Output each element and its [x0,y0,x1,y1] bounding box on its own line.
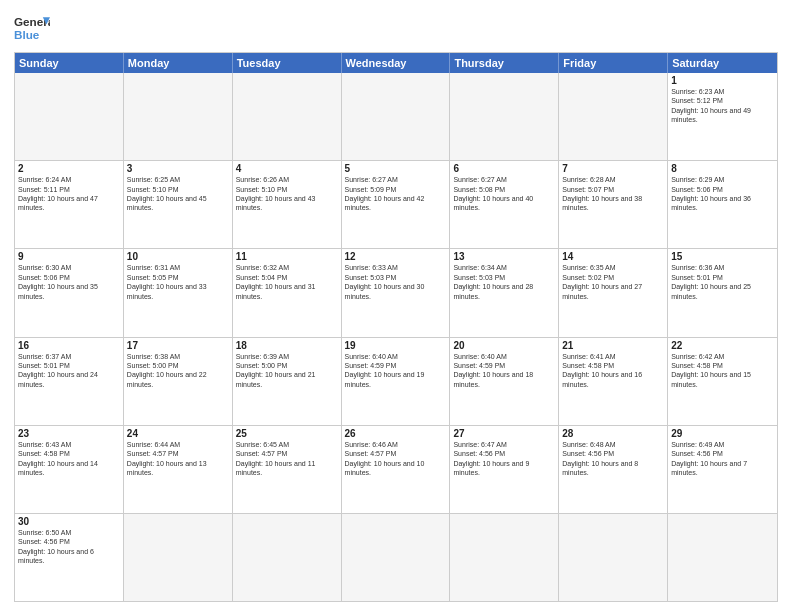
day-number: 15 [671,251,774,262]
calendar-cell: 21Sunrise: 6:41 AMSunset: 4:58 PMDayligh… [559,338,668,425]
calendar-cell [124,73,233,160]
calendar-cell: 5Sunrise: 6:27 AMSunset: 5:09 PMDaylight… [342,161,451,248]
cell-sun-info: Sunrise: 6:36 AMSunset: 5:01 PMDaylight:… [671,263,774,301]
calendar-week-3: 9Sunrise: 6:30 AMSunset: 5:06 PMDaylight… [15,248,777,336]
logo: General Blue [14,10,50,46]
header: General Blue [14,10,778,46]
day-number: 4 [236,163,338,174]
page: General Blue SundayMondayTuesdayWednesda… [0,0,792,612]
day-number: 26 [345,428,447,439]
calendar-cell [450,73,559,160]
cell-sun-info: Sunrise: 6:34 AMSunset: 5:03 PMDaylight:… [453,263,555,301]
calendar-cell: 19Sunrise: 6:40 AMSunset: 4:59 PMDayligh… [342,338,451,425]
calendar-week-5: 23Sunrise: 6:43 AMSunset: 4:58 PMDayligh… [15,425,777,513]
day-number: 17 [127,340,229,351]
calendar-cell: 6Sunrise: 6:27 AMSunset: 5:08 PMDaylight… [450,161,559,248]
cell-sun-info: Sunrise: 6:23 AMSunset: 5:12 PMDaylight:… [671,87,774,125]
calendar-week-1: 1Sunrise: 6:23 AMSunset: 5:12 PMDaylight… [15,73,777,160]
cell-sun-info: Sunrise: 6:30 AMSunset: 5:06 PMDaylight:… [18,263,120,301]
day-number: 20 [453,340,555,351]
day-number: 10 [127,251,229,262]
calendar-cell: 13Sunrise: 6:34 AMSunset: 5:03 PMDayligh… [450,249,559,336]
calendar-cell [559,73,668,160]
calendar-header-row: SundayMondayTuesdayWednesdayThursdayFrid… [15,53,777,73]
cell-sun-info: Sunrise: 6:49 AMSunset: 4:56 PMDaylight:… [671,440,774,478]
calendar-cell: 16Sunrise: 6:37 AMSunset: 5:01 PMDayligh… [15,338,124,425]
calendar-cell: 9Sunrise: 6:30 AMSunset: 5:06 PMDaylight… [15,249,124,336]
day-number: 23 [18,428,120,439]
calendar-cell: 15Sunrise: 6:36 AMSunset: 5:01 PMDayligh… [668,249,777,336]
calendar-cell: 27Sunrise: 6:47 AMSunset: 4:56 PMDayligh… [450,426,559,513]
cell-sun-info: Sunrise: 6:33 AMSunset: 5:03 PMDaylight:… [345,263,447,301]
calendar-cell: 1Sunrise: 6:23 AMSunset: 5:12 PMDaylight… [668,73,777,160]
calendar-cell: 24Sunrise: 6:44 AMSunset: 4:57 PMDayligh… [124,426,233,513]
day-number: 2 [18,163,120,174]
day-number: 12 [345,251,447,262]
calendar-cell: 30Sunrise: 6:50 AMSunset: 4:56 PMDayligh… [15,514,124,601]
calendar-week-4: 16Sunrise: 6:37 AMSunset: 5:01 PMDayligh… [15,337,777,425]
calendar-cell: 14Sunrise: 6:35 AMSunset: 5:02 PMDayligh… [559,249,668,336]
calendar-cell: 4Sunrise: 6:26 AMSunset: 5:10 PMDaylight… [233,161,342,248]
day-header-saturday: Saturday [668,53,777,73]
calendar-cell [124,514,233,601]
calendar-cell: 23Sunrise: 6:43 AMSunset: 4:58 PMDayligh… [15,426,124,513]
cell-sun-info: Sunrise: 6:45 AMSunset: 4:57 PMDaylight:… [236,440,338,478]
day-number: 24 [127,428,229,439]
cell-sun-info: Sunrise: 6:41 AMSunset: 4:58 PMDaylight:… [562,352,664,390]
calendar-cell [233,73,342,160]
calendar-week-6: 30Sunrise: 6:50 AMSunset: 4:56 PMDayligh… [15,513,777,601]
day-header-thursday: Thursday [450,53,559,73]
cell-sun-info: Sunrise: 6:24 AMSunset: 5:11 PMDaylight:… [18,175,120,213]
cell-sun-info: Sunrise: 6:35 AMSunset: 5:02 PMDaylight:… [562,263,664,301]
day-number: 9 [18,251,120,262]
day-number: 21 [562,340,664,351]
day-number: 25 [236,428,338,439]
cell-sun-info: Sunrise: 6:27 AMSunset: 5:09 PMDaylight:… [345,175,447,213]
day-number: 1 [671,75,774,86]
day-number: 5 [345,163,447,174]
day-number: 29 [671,428,774,439]
calendar-cell: 8Sunrise: 6:29 AMSunset: 5:06 PMDaylight… [668,161,777,248]
day-number: 6 [453,163,555,174]
day-number: 27 [453,428,555,439]
day-header-monday: Monday [124,53,233,73]
calendar-cell: 25Sunrise: 6:45 AMSunset: 4:57 PMDayligh… [233,426,342,513]
day-number: 13 [453,251,555,262]
day-number: 7 [562,163,664,174]
cell-sun-info: Sunrise: 6:29 AMSunset: 5:06 PMDaylight:… [671,175,774,213]
calendar: SundayMondayTuesdayWednesdayThursdayFrid… [14,52,778,602]
cell-sun-info: Sunrise: 6:26 AMSunset: 5:10 PMDaylight:… [236,175,338,213]
day-header-sunday: Sunday [15,53,124,73]
calendar-cell: 2Sunrise: 6:24 AMSunset: 5:11 PMDaylight… [15,161,124,248]
calendar-cell: 18Sunrise: 6:39 AMSunset: 5:00 PMDayligh… [233,338,342,425]
cell-sun-info: Sunrise: 6:40 AMSunset: 4:59 PMDaylight:… [453,352,555,390]
cell-sun-info: Sunrise: 6:43 AMSunset: 4:58 PMDaylight:… [18,440,120,478]
calendar-cell [233,514,342,601]
cell-sun-info: Sunrise: 6:46 AMSunset: 4:57 PMDaylight:… [345,440,447,478]
calendar-body: 1Sunrise: 6:23 AMSunset: 5:12 PMDaylight… [15,73,777,601]
svg-text:Blue: Blue [14,28,40,41]
calendar-week-2: 2Sunrise: 6:24 AMSunset: 5:11 PMDaylight… [15,160,777,248]
calendar-cell: 28Sunrise: 6:48 AMSunset: 4:56 PMDayligh… [559,426,668,513]
day-number: 28 [562,428,664,439]
calendar-cell [559,514,668,601]
cell-sun-info: Sunrise: 6:48 AMSunset: 4:56 PMDaylight:… [562,440,664,478]
calendar-cell: 12Sunrise: 6:33 AMSunset: 5:03 PMDayligh… [342,249,451,336]
cell-sun-info: Sunrise: 6:40 AMSunset: 4:59 PMDaylight:… [345,352,447,390]
calendar-cell: 11Sunrise: 6:32 AMSunset: 5:04 PMDayligh… [233,249,342,336]
day-number: 30 [18,516,120,527]
calendar-cell: 20Sunrise: 6:40 AMSunset: 4:59 PMDayligh… [450,338,559,425]
day-number: 19 [345,340,447,351]
cell-sun-info: Sunrise: 6:25 AMSunset: 5:10 PMDaylight:… [127,175,229,213]
calendar-cell: 7Sunrise: 6:28 AMSunset: 5:07 PMDaylight… [559,161,668,248]
calendar-cell [15,73,124,160]
cell-sun-info: Sunrise: 6:27 AMSunset: 5:08 PMDaylight:… [453,175,555,213]
calendar-cell: 26Sunrise: 6:46 AMSunset: 4:57 PMDayligh… [342,426,451,513]
calendar-cell [450,514,559,601]
cell-sun-info: Sunrise: 6:39 AMSunset: 5:00 PMDaylight:… [236,352,338,390]
day-number: 18 [236,340,338,351]
day-header-friday: Friday [559,53,668,73]
cell-sun-info: Sunrise: 6:44 AMSunset: 4:57 PMDaylight:… [127,440,229,478]
day-number: 11 [236,251,338,262]
day-header-wednesday: Wednesday [342,53,451,73]
